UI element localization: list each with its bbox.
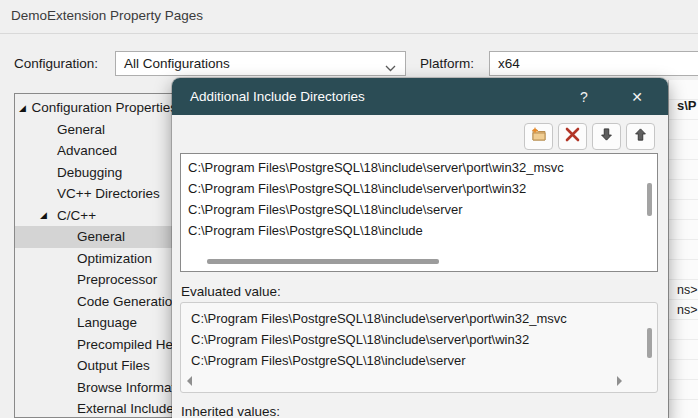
background-option-fragment: ns> xyxy=(677,303,698,317)
new-line-button[interactable] xyxy=(524,123,553,150)
additional-include-directories-dialog: Additional Include Directories ? ✕ xyxy=(172,78,668,418)
background-option-fragment: ns> xyxy=(677,283,698,297)
move-down-button[interactable] xyxy=(592,123,621,150)
sidebar-item-vc-directories[interactable]: VC++ Directories xyxy=(15,183,177,205)
include-dirs-list: C:\Program Files\PostgreSQL\18\include\s… xyxy=(181,154,657,241)
sidebar-item-label: Browse Information xyxy=(77,380,177,395)
close-button[interactable]: ✕ xyxy=(625,85,649,108)
window-title: DemoExtension Property Pages xyxy=(11,8,203,23)
vertical-scrollbar-thumb[interactable] xyxy=(647,183,652,216)
scroll-left-icon[interactable] xyxy=(187,376,192,386)
sidebar-item-precompiled-headers[interactable]: Precompiled Headers xyxy=(15,334,177,356)
move-up-icon xyxy=(633,127,648,146)
directory-path: C:\Program Files\PostgreSQL\18\include\s… xyxy=(181,350,657,371)
tree-expanded-icon[interactable]: ◢ xyxy=(19,103,31,113)
sidebar-item-label: General xyxy=(57,122,105,137)
sidebar-item-general[interactable]: General xyxy=(15,119,177,141)
sidebar-item-debugging[interactable]: Debugging xyxy=(15,162,177,184)
settings-tree-panel: ◢Configuration PropertiesGeneralAdvanced… xyxy=(14,93,178,418)
directory-path: C:\Program Files\PostgreSQL\18\include\s… xyxy=(181,329,657,350)
sidebar-item-code-generation[interactable]: Code Generation xyxy=(15,291,177,313)
sidebar-item-language[interactable]: Language xyxy=(15,312,177,334)
directory-path: C:\Program Files\PostgreSQL\18\include\s… xyxy=(181,308,657,329)
sidebar-tree: ◢Configuration PropertiesGeneralAdvanced… xyxy=(15,97,177,418)
sidebar-item-label: External Includes xyxy=(77,401,177,416)
configuration-label: Configuration: xyxy=(14,56,98,71)
sidebar-item-label: Language xyxy=(77,315,137,330)
tree-expanded-icon[interactable]: ◢ xyxy=(40,210,57,220)
sidebar-item-configuration-properties[interactable]: ◢Configuration Properties xyxy=(15,97,177,119)
evaluated-value-box[interactable]: C:\Program Files\PostgreSQL\18\include\s… xyxy=(180,302,658,393)
background-property-grid: s\P ns> ns> xyxy=(668,80,698,418)
sidebar-item-label: Code Generation xyxy=(77,294,177,309)
evaluated-value-label: Evaluated value: xyxy=(181,284,281,299)
background-path-fragment: s\P xyxy=(677,98,697,113)
horizontal-scrollbar-thumb[interactable] xyxy=(207,259,439,264)
scroll-right-icon[interactable] xyxy=(617,376,622,386)
chevron-down-icon xyxy=(385,60,396,75)
dialog-title: Additional Include Directories xyxy=(190,78,365,115)
vertical-scrollbar-thumb[interactable] xyxy=(647,328,652,358)
sidebar-item-label: Preprocessor xyxy=(77,272,157,287)
sidebar-item-advanced[interactable]: Advanced xyxy=(15,140,177,162)
dialog-toolbar xyxy=(524,123,655,150)
sidebar-item-output-files[interactable]: Output Files xyxy=(15,355,177,377)
directory-path[interactable]: C:\Program Files\PostgreSQL\18\include\s… xyxy=(181,199,657,220)
sidebar-item-label: Configuration Properties xyxy=(31,100,177,115)
include-directories-listbox[interactable]: C:\Program Files\PostgreSQL\18\include\s… xyxy=(180,153,658,272)
sidebar-item-label: VC++ Directories xyxy=(57,186,160,201)
sidebar-item-label: Advanced xyxy=(57,143,117,158)
sidebar-item-label: Optimization xyxy=(77,251,152,266)
directory-path[interactable]: C:\Program Files\PostgreSQL\18\include xyxy=(181,220,657,241)
sidebar-item-label: C/C++ xyxy=(57,208,96,223)
header-divider xyxy=(0,33,698,34)
platform-value: x64 xyxy=(498,56,520,71)
new-folder-icon xyxy=(530,127,547,146)
dialog-titlebar: Additional Include Directories ? ✕ xyxy=(172,78,668,115)
sidebar-item-label: Debugging xyxy=(57,165,122,180)
platform-dropdown[interactable]: x64 xyxy=(489,51,698,76)
platform-label: Platform: xyxy=(420,56,474,71)
evaluated-values-list: C:\Program Files\PostgreSQL\18\include\s… xyxy=(181,303,657,371)
sidebar-item-label: General xyxy=(77,229,125,244)
sidebar-item-preprocessor[interactable]: Preprocessor xyxy=(15,269,177,291)
directory-path[interactable]: C:\Program Files\PostgreSQL\18\include\s… xyxy=(181,157,657,178)
delete-icon xyxy=(565,127,580,146)
delete-line-button[interactable] xyxy=(558,123,587,150)
configuration-dropdown[interactable]: All Configurations xyxy=(115,51,406,76)
sidebar-item-external-includes[interactable]: External Includes xyxy=(15,398,177,418)
sidebar-item-label: Precompiled Headers xyxy=(77,337,177,352)
sidebar-item-label: Output Files xyxy=(77,358,150,373)
move-down-icon xyxy=(599,127,614,146)
configuration-value: All Configurations xyxy=(124,56,230,71)
move-up-button[interactable] xyxy=(626,123,655,150)
inherited-values-label: Inherited values: xyxy=(181,404,280,418)
sidebar-item-general[interactable]: General xyxy=(15,226,177,248)
directory-path[interactable]: C:\Program Files\PostgreSQL\18\include\s… xyxy=(181,178,657,199)
help-button[interactable]: ? xyxy=(572,85,596,108)
sidebar-item-c-c-[interactable]: ◢C/C++ xyxy=(15,205,177,227)
sidebar-item-browse-information[interactable]: Browse Information xyxy=(15,377,177,399)
sidebar-item-optimization[interactable]: Optimization xyxy=(15,248,177,270)
property-pages-window: DemoExtension Property Pages Configurati… xyxy=(0,0,698,418)
